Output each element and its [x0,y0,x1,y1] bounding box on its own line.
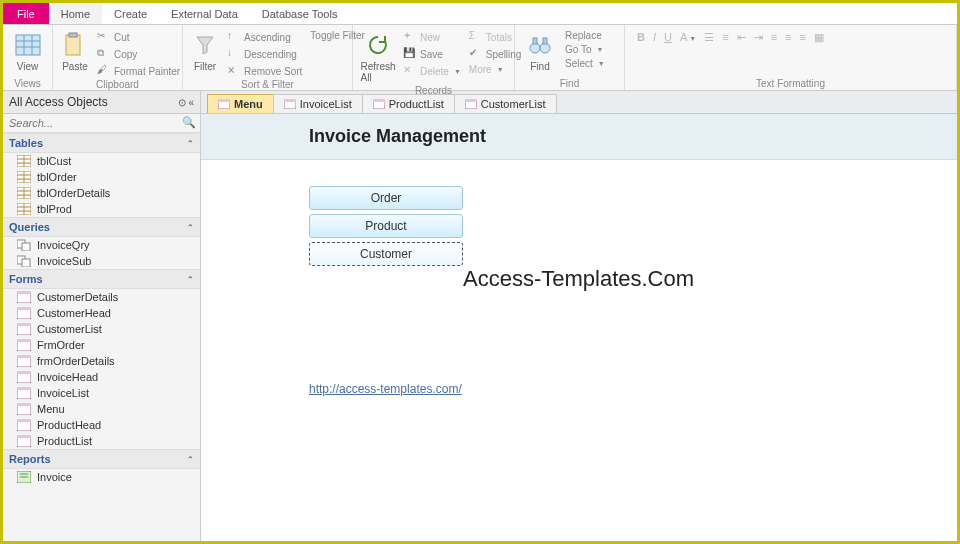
order-button[interactable]: Order [309,186,463,210]
format-painter-button[interactable]: 🖌Format Painter [95,63,182,79]
goto-button[interactable]: Go To▼ [563,43,607,56]
paste-button[interactable]: Paste [59,29,91,74]
nav-item[interactable]: CustomerHead [3,305,200,321]
search-input[interactable] [3,114,200,132]
nav-item[interactable]: tblCust [3,153,200,169]
paste-label: Paste [62,61,88,72]
nav-item[interactable]: ProductHead [3,417,200,433]
nav-item[interactable]: InvoiceList [3,385,200,401]
svg-rect-28 [22,243,30,251]
align-right-button[interactable]: ≡ [800,31,806,43]
filter-button[interactable]: Filter [189,29,221,74]
nav-header[interactable]: All Access Objects ⊙ « [3,91,200,114]
group-label-clipboard: Clipboard [59,79,176,91]
indent-increase-button[interactable]: ⇥ [754,31,763,44]
ribbon-group-views: View Views [3,25,53,90]
page-title: Invoice Management [309,126,957,147]
filter-icon [191,31,219,59]
bold-button[interactable]: B [637,31,645,43]
chevron-up-icon: ⌃ [187,223,194,232]
more-label: More [469,64,492,75]
delete-icon: ✕ [403,64,417,78]
bullets-button[interactable]: ☰ [704,31,714,44]
nav-item[interactable]: InvoiceHead [3,369,200,385]
save-record-button[interactable]: 💾Save [401,46,463,62]
ribbon-group-clipboard: Paste ✂Cut ⧉Copy 🖌Format Painter Clipboa… [53,25,183,90]
svg-rect-46 [17,403,31,406]
form-icon [465,99,477,109]
align-left-button[interactable]: ≡ [771,31,777,43]
cut-button[interactable]: ✂Cut [95,29,182,45]
menu-home[interactable]: Home [49,3,102,24]
file-tab[interactable]: File [3,3,49,24]
save-icon: 💾 [403,47,417,61]
nav-item[interactable]: InvoiceQry [3,237,200,253]
view-button[interactable]: View [9,29,46,74]
menu-external-data[interactable]: External Data [159,3,250,24]
nav-item[interactable]: frmOrderDetails [3,353,200,369]
svg-rect-48 [17,419,31,422]
nav-item[interactable]: CustomerList [3,321,200,337]
find-button[interactable]: Find [521,29,559,74]
nav-item-label: tblProd [37,203,72,215]
select-button[interactable]: Select▼ [563,57,607,70]
nav-section-reports[interactable]: Reports⌃ [3,449,200,469]
nav-section-forms[interactable]: Forms⌃ [3,269,200,289]
font-color-button[interactable]: A▼ [680,31,696,43]
svg-rect-32 [17,291,31,294]
svg-rect-40 [17,355,31,358]
italic-button[interactable]: I [653,31,656,43]
svg-rect-50 [17,435,31,438]
search-icon[interactable]: 🔍 [182,116,196,129]
nav-item[interactable]: FrmOrder [3,337,200,353]
customer-button[interactable]: Customer [309,242,463,266]
nav-item[interactable]: InvoiceSub [3,253,200,269]
template-link[interactable]: http://access-templates.com/ [309,382,462,396]
watermark-text: Access-Templates.Com [463,266,694,292]
nav-item[interactable]: Menu [3,401,200,417]
nav-item[interactable]: tblProd [3,201,200,217]
nav-item-label: tblCust [37,155,71,167]
tab-menu[interactable]: Menu [207,94,274,113]
descending-button[interactable]: ↓Descending [225,46,304,62]
save-label: Save [420,49,443,60]
menu-create[interactable]: Create [102,3,159,24]
form-icon [218,99,230,109]
nav-item-label: frmOrderDetails [37,355,115,367]
align-center-button[interactable]: ≡ [785,31,791,43]
asc-label: Ascending [244,32,291,43]
tab-label: ProductList [389,98,444,110]
ribbon: View Views Paste ✂Cut ⧉Copy 🖌Format Pain… [3,25,957,91]
remove-sort-button[interactable]: ⨯Remove Sort [225,63,304,79]
find-label: Find [530,61,549,72]
ribbon-group-sort-filter: Filter ↑Ascending ↓Descending ⨯Remove So… [183,25,353,90]
totals-icon: Σ [469,30,483,44]
delete-label: Delete [420,66,449,77]
underline-button[interactable]: U [664,31,672,43]
product-button[interactable]: Product [309,214,463,238]
svg-rect-10 [543,38,547,44]
nav-item[interactable]: ProductList [3,433,200,449]
menubar: File Home Create External Data Database … [3,3,957,25]
menu-database-tools[interactable]: Database Tools [250,3,350,24]
filter-label: Filter [194,61,216,72]
refresh-all-button[interactable]: Refresh All [359,29,397,85]
nav-item[interactable]: tblOrder [3,169,200,185]
content-area: MenuInvoiceListProductListCustomerList I… [201,91,957,541]
nav-item[interactable]: CustomerDetails [3,289,200,305]
tab-invoicelist[interactable]: InvoiceList [273,94,363,113]
nav-section-queries[interactable]: Queries⌃ [3,217,200,237]
delete-record-button[interactable]: ✕Delete▼ [401,63,463,79]
nav-item[interactable]: tblOrderDetails [3,185,200,201]
nav-section-tables[interactable]: Tables⌃ [3,133,200,153]
nav-collapse-icon[interactable]: ⊙ « [178,97,194,108]
new-record-button[interactable]: ✦New [401,29,463,45]
copy-button[interactable]: ⧉Copy [95,46,182,62]
nav-item[interactable]: Invoice [3,469,200,485]
indent-decrease-button[interactable]: ⇤ [737,31,746,44]
replace-button[interactable]: Replace [563,29,607,42]
ascending-button[interactable]: ↑Ascending [225,29,304,45]
numbering-button[interactable]: ≡ [722,31,728,43]
gridlines-button[interactable]: ▦ [814,31,824,44]
form-icon [373,99,385,109]
